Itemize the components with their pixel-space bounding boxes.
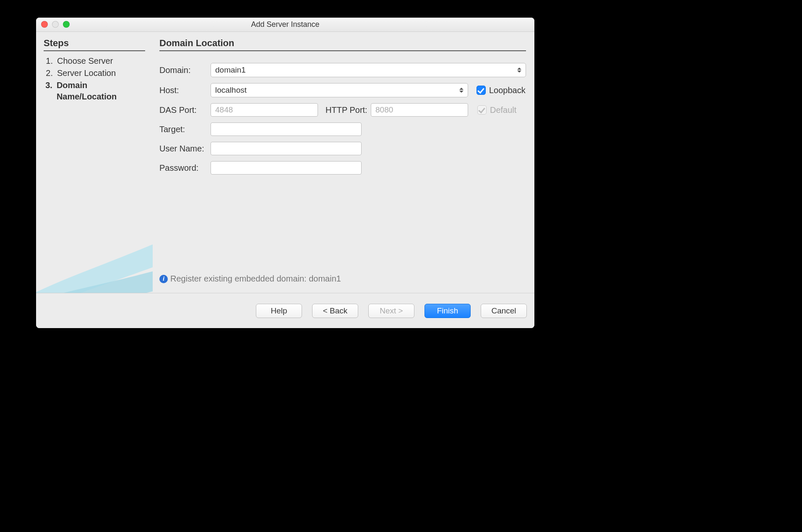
row-target: Target: bbox=[159, 123, 526, 136]
http-port-input bbox=[371, 103, 468, 117]
info-row: i Register existing embedded domain: dom… bbox=[159, 274, 526, 289]
form: Domain: domain1 Host: localhost Loopback bbox=[159, 63, 526, 180]
sidebar: Steps 1. Choose Server 2. Server Locatio… bbox=[36, 32, 153, 293]
domain-label: Domain: bbox=[159, 65, 211, 75]
content: Steps 1. Choose Server 2. Server Locatio… bbox=[36, 32, 534, 293]
step-num: 3. bbox=[44, 80, 52, 102]
info-text: Register existing embedded domain: domai… bbox=[170, 274, 341, 284]
footer: Help < Back Next > Finish Cancel bbox=[36, 293, 534, 328]
steps-heading: Steps bbox=[44, 38, 145, 51]
host-label: Host: bbox=[159, 86, 211, 95]
host-value: localhost bbox=[215, 86, 247, 95]
row-ports: DAS Port: HTTP Port: Default bbox=[159, 103, 526, 117]
domain-value: domain1 bbox=[215, 65, 246, 75]
back-button[interactable]: < Back bbox=[312, 304, 358, 318]
das-port-input bbox=[211, 103, 318, 117]
default-checkbox bbox=[477, 105, 487, 115]
step-3: 3. Domain Name/Location bbox=[44, 80, 145, 102]
info-icon: i bbox=[159, 275, 168, 283]
loopback-label: Loopback bbox=[489, 86, 526, 95]
titlebar: Add Server Instance bbox=[36, 18, 534, 32]
step-2: 2. Server Location bbox=[44, 68, 145, 79]
username-input[interactable] bbox=[211, 142, 362, 155]
traffic-lights bbox=[41, 21, 70, 28]
close-icon[interactable] bbox=[41, 21, 48, 28]
row-password: Password: bbox=[159, 161, 526, 175]
step-label: Server Location bbox=[57, 68, 116, 79]
decorative-swoosh bbox=[36, 201, 153, 293]
password-input[interactable] bbox=[211, 161, 362, 175]
password-label: Password: bbox=[159, 163, 211, 173]
chevron-updown-icon bbox=[458, 86, 464, 94]
dialog-window: Add Server Instance Steps 1. Choose Serv… bbox=[36, 18, 534, 328]
main-heading: Domain Location bbox=[159, 38, 526, 51]
zoom-icon[interactable] bbox=[63, 21, 70, 28]
step-num: 2. bbox=[44, 68, 53, 79]
next-button: Next > bbox=[368, 304, 414, 318]
chevron-updown-icon bbox=[516, 66, 522, 74]
help-button[interactable]: Help bbox=[256, 304, 302, 318]
step-1: 1. Choose Server bbox=[44, 55, 145, 67]
step-label: Choose Server bbox=[57, 55, 113, 67]
target-label: Target: bbox=[159, 125, 211, 134]
http-port-label: HTTP Port: bbox=[325, 105, 371, 115]
das-port-label: DAS Port: bbox=[159, 105, 211, 115]
cancel-button[interactable]: Cancel bbox=[481, 304, 527, 318]
target-input[interactable] bbox=[211, 123, 362, 136]
finish-button[interactable]: Finish bbox=[424, 304, 471, 318]
minimize-icon bbox=[52, 21, 59, 28]
username-label: User Name: bbox=[159, 144, 211, 154]
row-username: User Name: bbox=[159, 142, 526, 155]
step-num: 1. bbox=[44, 55, 53, 67]
window-title: Add Server Instance bbox=[251, 20, 319, 29]
host-combo[interactable]: localhost bbox=[211, 83, 468, 97]
domain-combo[interactable]: domain1 bbox=[211, 63, 526, 77]
row-host: Host: localhost Loopback bbox=[159, 83, 526, 97]
default-label: Default bbox=[490, 105, 516, 115]
row-domain: Domain: domain1 bbox=[159, 63, 526, 77]
step-label: Domain Name/Location bbox=[57, 80, 145, 102]
steps-list: 1. Choose Server 2. Server Location 3. D… bbox=[44, 55, 145, 102]
main-panel: Domain Location Domain: domain1 Host: lo… bbox=[153, 32, 534, 293]
loopback-checkbox[interactable] bbox=[477, 86, 486, 95]
